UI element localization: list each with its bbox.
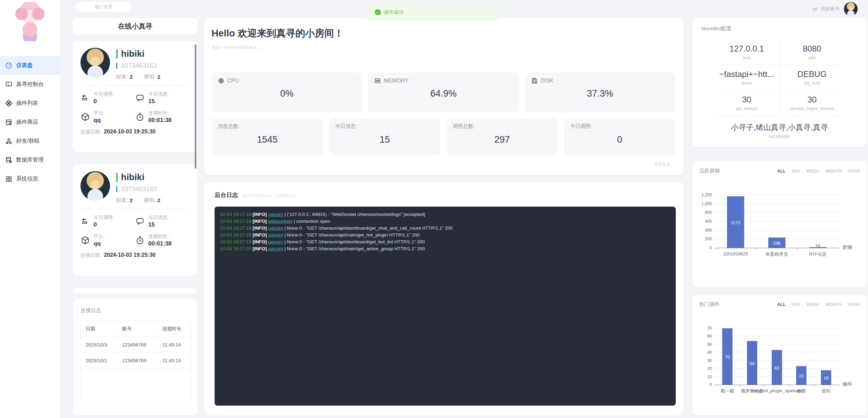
- x-axis-label: 笨蛋程序员: [766, 251, 788, 257]
- counter-value: 0: [570, 134, 670, 145]
- messages-value: 15: [148, 98, 169, 105]
- return-arrow-icon: [80, 93, 90, 103]
- sidebar-item-label: 系统信息: [16, 175, 38, 183]
- log-console[interactable]: 10-03 19:27:18 [INFO] uvicorn | ('127.0.…: [215, 207, 676, 406]
- tab-all[interactable]: ALL: [777, 168, 786, 174]
- tab-day[interactable]: DAY: [792, 302, 801, 307]
- bot-card: hibiki 3373463162 好友: 2 群组: 2 今日调用:0: [73, 41, 197, 153]
- cpu-icon: [218, 77, 225, 84]
- groups-count: 2: [158, 74, 160, 80]
- database-icon: [5, 156, 12, 164]
- tab-day[interactable]: DAY: [792, 168, 801, 174]
- tab-year[interactable]: YEAR: [848, 302, 860, 307]
- swap-arrows-icon: ⇌: [813, 5, 818, 13]
- bot-name: hibiki: [121, 48, 144, 59]
- platform-value: qq: [94, 240, 105, 247]
- bar-value-label: 43: [774, 365, 779, 371]
- tab-month[interactable]: MONTH: [825, 302, 842, 307]
- x-axis-name: 群聊: [843, 244, 852, 251]
- active-groups-title: 活跃群聊: [699, 168, 720, 174]
- bot-avatar: [80, 48, 110, 77]
- config-label: port: [809, 55, 816, 60]
- y-axis-tick: 70: [707, 326, 712, 331]
- x-axis-name: 插件: [843, 381, 852, 387]
- sidebar-item-console[interactable]: 真寻控制台: [0, 75, 61, 94]
- counter-value: 15: [335, 134, 435, 145]
- sidebar-item-plugin-list[interactable]: 插件列表: [0, 94, 61, 113]
- page-title: Hello 欢迎来到真寻的小房间！: [211, 27, 675, 40]
- port-settings-button[interactable]: 端口设置: [75, 1, 132, 12]
- tab-week[interactable]: WEEK: [806, 302, 820, 307]
- config-label: api_timeout: [736, 106, 757, 111]
- cube-icon: [80, 235, 90, 245]
- see-more-link[interactable]: 查看更多...: [211, 162, 675, 167]
- sidebar-item-database[interactable]: 数据库管理: [0, 151, 61, 169]
- friends-label: 好友:: [116, 197, 128, 204]
- cpu-label: CPU: [227, 78, 239, 84]
- cpu-tile: CPU 0%: [211, 73, 362, 112]
- sidebar-item-label: 真寻控制台: [16, 81, 44, 88]
- blue-accent-bar: [116, 186, 117, 192]
- messages-label: 今日消息:: [148, 91, 169, 97]
- cell-account: 123456789: [117, 337, 158, 353]
- total-messages-tile: 消息总数: 1545: [211, 118, 323, 155]
- y-axis-tick: 20: [707, 366, 712, 371]
- sidebar-item-system-info[interactable]: 系统信息: [0, 169, 61, 188]
- friends-count: 2: [130, 74, 132, 80]
- config-nickname: 小寻子,绪山真寻,小真寻,真寻 NICKNAME: [714, 116, 845, 145]
- table-empty-area: [81, 368, 191, 404]
- tab-all[interactable]: ALL: [777, 302, 786, 307]
- sidebar-item-dashboard[interactable]: 仪表盘: [0, 56, 61, 75]
- bar-chart: 02004006008001,0001,20011721001918625236…: [715, 195, 838, 248]
- counter-value: 297: [453, 134, 552, 145]
- tab-week[interactable]: WEEK: [806, 168, 820, 174]
- backend-log-title: 后台日志: [215, 191, 238, 199]
- x-axis-tick: [838, 385, 839, 386]
- sidebar-item-plugin-store[interactable]: 插件商店: [0, 113, 61, 132]
- sidebar-item-label: 好友/群组: [16, 138, 40, 145]
- y-axis-tick: 40: [707, 350, 712, 355]
- x-axis-line: [715, 385, 838, 385]
- switch-account-button[interactable]: ⇌ 切换账号: [813, 2, 858, 16]
- config-driver: ~fastapi+~htt... driver: [714, 65, 780, 90]
- connected-date-label: 连接日期:: [80, 129, 101, 134]
- tab-year[interactable]: YEAR: [848, 168, 860, 174]
- groups-count: 2: [158, 197, 160, 203]
- backend-log-panel: 后台日志 虽然不知道为什么，但是视力+1 10-03 19:27:18 [INF…: [204, 182, 684, 416]
- bar-value-label: 16: [815, 243, 820, 249]
- return-arrow-icon: [80, 217, 90, 226]
- log-line: 10-03 19:27:20 [INFO] uvicorn | None:0 -…: [220, 245, 670, 252]
- tab-month[interactable]: MONTH: [825, 168, 842, 174]
- cpu-value: 0%: [218, 88, 356, 99]
- total-calls-tile: 调用总数: 297: [446, 118, 558, 155]
- column-header-duration: 连接时长: [158, 321, 191, 337]
- config-value: ~fastapi+~htt...: [719, 69, 774, 79]
- sidebar-item-label: 插件商店: [16, 119, 38, 126]
- connection-log-title: 连接日志: [80, 307, 190, 314]
- disk-label: DISK: [541, 78, 553, 84]
- check-circle-icon: ✓: [375, 9, 381, 15]
- uptime-value: 00:01:38: [148, 240, 172, 247]
- memory-label: MEMORY: [384, 78, 409, 84]
- x-axis-label: nonebot_plugin_sparkapi: [752, 388, 802, 393]
- connected-date-value: 2024-10-03 19:25:30: [104, 129, 155, 134]
- config-value: 30: [807, 95, 817, 104]
- y-axis-tick: 600: [705, 219, 712, 224]
- config-value: 127.0.0.1: [729, 44, 764, 54]
- cell-duration: 11:45:14: [158, 337, 191, 353]
- bot-list-scrollbar[interactable]: [195, 44, 196, 169]
- sidebar-item-friends-groups[interactable]: 好友/群组: [0, 132, 61, 151]
- bar-value-label: 18: [824, 375, 828, 381]
- y-axis-tick: 50: [707, 342, 712, 347]
- bar-value-label: 54: [749, 361, 754, 366]
- config-label: driver: [741, 81, 752, 86]
- x-axis-tick: [715, 248, 715, 250]
- backend-log-subtitle: 虽然不知道为什么，但是视力+1: [242, 193, 296, 198]
- x-axis-label: 签到: [822, 388, 831, 394]
- toast-message: 操作成功: [384, 9, 403, 15]
- log-line: 10-03 19:27:19 [INFO] uvicorn | None:0 -…: [220, 225, 670, 232]
- memory-value: 64.9%: [374, 88, 512, 99]
- config-label: log_level: [804, 81, 820, 86]
- x-axis-tick: [797, 248, 798, 250]
- user-avatar[interactable]: [844, 2, 858, 16]
